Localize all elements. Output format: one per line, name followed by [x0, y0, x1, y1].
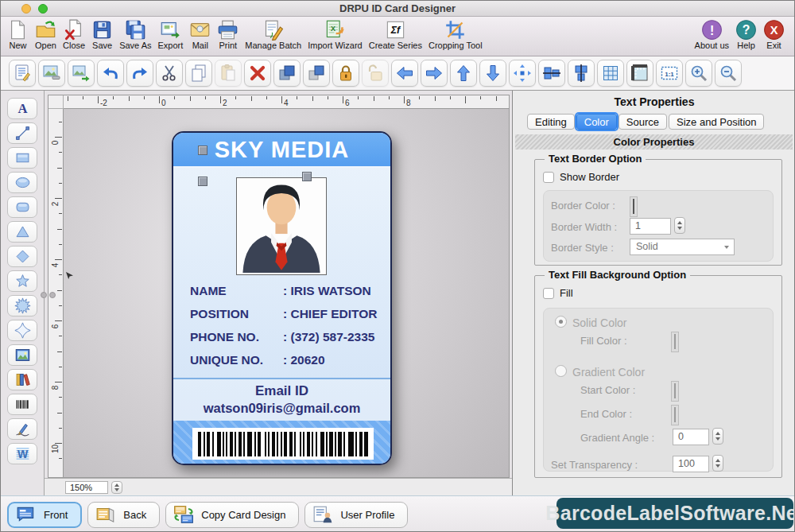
start-color-swatch[interactable]	[671, 381, 679, 402]
zoom-level-input[interactable]: 150%	[65, 481, 108, 494]
move-down-button[interactable]	[479, 60, 506, 87]
transparency-stepper[interactable]	[712, 455, 723, 472]
solid-color-radio[interactable]	[555, 316, 567, 328]
watermark-tool-button[interactable]: W	[7, 443, 37, 464]
image-tool-button[interactable]	[7, 344, 37, 366]
toolbar-open-button[interactable]: Open	[35, 19, 56, 50]
card-barcode[interactable]	[192, 428, 374, 460]
gradient-color-radio[interactable]	[555, 365, 567, 377]
maximize-button[interactable]	[38, 4, 48, 14]
card-fields[interactable]: NAME: IRIS WATSONPOSITION: CHIEF EDITORP…	[190, 279, 386, 371]
line-tool-button[interactable]	[7, 122, 37, 144]
splitter-handle-dot[interactable]	[41, 292, 47, 298]
export-image-button[interactable]	[68, 60, 95, 87]
remove-image-button[interactable]	[38, 60, 65, 87]
tab-size-and-position[interactable]: Size and Position	[669, 114, 764, 130]
align-vertical-center-button[interactable]	[568, 60, 595, 87]
end-color-swatch[interactable]	[671, 405, 679, 425]
selection-handle[interactable]	[302, 172, 312, 181]
toolbar-cropping-tool-button[interactable]: Cropping Tool	[429, 19, 483, 50]
toolbar-save-as-button[interactable]: Save As	[119, 19, 151, 50]
front-button[interactable]: Front	[7, 502, 82, 528]
unlock-button[interactable]	[362, 60, 389, 87]
design-canvas[interactable]: SKY MEDIA N	[64, 109, 509, 477]
show-border-checkbox-row[interactable]: Show Border	[543, 171, 619, 183]
card-field-row[interactable]: NAME: IRIS WATSON	[190, 279, 386, 302]
toolbar-close-button[interactable]: Close	[63, 19, 85, 50]
ellipse-tool-button[interactable]	[7, 172, 37, 193]
canvas-measure-button[interactable]	[626, 60, 653, 87]
toolbar-create-series-button[interactable]: ΣfCreate Series	[369, 19, 422, 50]
cut-button[interactable]	[156, 60, 183, 87]
toolbar-mail-button[interactable]: Mail	[189, 19, 211, 50]
move-up-button[interactable]	[450, 60, 477, 87]
clipart-library-tool-button[interactable]	[7, 369, 37, 390]
tab-source[interactable]: Source	[619, 114, 667, 130]
signature-tool-button[interactable]	[7, 418, 37, 440]
border-width-stepper[interactable]	[674, 217, 685, 234]
undo-button[interactable]	[97, 60, 124, 87]
transparency-input[interactable]: 100	[673, 456, 709, 472]
rounded-rectangle-tool-button[interactable]	[7, 196, 37, 218]
toolbar-new-button[interactable]: New	[7, 19, 29, 50]
starburst-tool-button[interactable]	[7, 295, 37, 316]
splitter-handle-dot[interactable]	[49, 292, 56, 298]
redo-button[interactable]	[126, 60, 153, 87]
star-tool-button[interactable]	[7, 270, 37, 292]
ungroup-button[interactable]	[303, 60, 330, 87]
lock-button[interactable]	[332, 60, 359, 87]
fill-checkbox-row[interactable]: Fill	[543, 287, 573, 299]
ruler-tick	[480, 96, 481, 99]
diamond-tool-button[interactable]	[7, 246, 37, 267]
border-color-swatch[interactable]	[630, 196, 638, 217]
fill-checkbox[interactable]	[543, 288, 554, 299]
rectangle-tool-button[interactable]	[7, 147, 37, 169]
toolbar-about-us-button[interactable]: !About us	[695, 19, 729, 50]
toolbar-save-button[interactable]: Save	[91, 19, 113, 50]
zoom-out-button[interactable]	[715, 60, 742, 87]
triangle-tool-button[interactable]	[7, 221, 37, 243]
border-style-select[interactable]: Solid	[630, 239, 735, 255]
toolbar-print-button[interactable]: Print	[217, 19, 238, 50]
selection-handle[interactable]	[198, 177, 207, 186]
card-email-block[interactable]: Email ID watson09iris@gmail.com	[173, 378, 390, 421]
show-grid-button[interactable]	[597, 60, 624, 87]
card-field-row[interactable]: POSITION: CHIEF EDITOR	[190, 302, 386, 325]
toolbar-import-wizard-button[interactable]: XImport Wizard	[308, 19, 362, 50]
move-left-button[interactable]	[391, 60, 418, 87]
gradient-angle-input[interactable]: 0	[673, 429, 709, 445]
group-button[interactable]	[273, 60, 301, 87]
gradient-angle-stepper[interactable]	[712, 428, 723, 445]
move-right-button[interactable]	[421, 60, 448, 87]
card-photo[interactable]	[236, 177, 327, 275]
back-button[interactable]: Back	[87, 502, 160, 528]
selection-handle[interactable]	[198, 146, 207, 155]
paste-button[interactable]	[215, 60, 242, 87]
toolbar-manage-batch-button[interactable]: Manage Batch	[245, 19, 301, 50]
minimize-button[interactable]	[21, 4, 31, 14]
card-title[interactable]: SKY MEDIA	[215, 137, 350, 163]
card-field-row[interactable]: PHONE NO.: (372) 587-2335	[190, 325, 386, 348]
copy-button[interactable]	[185, 60, 212, 87]
toolbar-export-button[interactable]: Export	[157, 19, 183, 50]
barcode-tool-button[interactable]	[7, 394, 37, 415]
card-field-row[interactable]: UNIQUE NO.: 20620	[190, 348, 386, 371]
align-horizontal-center-button[interactable]	[538, 60, 565, 87]
copy-card-design-button[interactable]: Copy Card Design	[165, 502, 299, 528]
tab-editing[interactable]: Editing	[527, 114, 575, 130]
center-object-button[interactable]	[509, 60, 536, 87]
show-border-checkbox[interactable]	[543, 172, 554, 183]
tab-color[interactable]: Color	[576, 114, 617, 130]
delete-button[interactable]	[244, 60, 271, 87]
actual-size-button[interactable]: 1:1	[656, 60, 683, 87]
toolbar-exit-button[interactable]: XExit	[763, 19, 785, 50]
zoom-stepper[interactable]	[111, 481, 122, 494]
user-profile-button[interactable]: User Profile	[304, 502, 408, 528]
fill-color-swatch[interactable]	[671, 332, 679, 352]
document-editor-button[interactable]	[9, 60, 36, 87]
toolbar-help-button[interactable]: ?Help	[735, 19, 757, 50]
border-width-input[interactable]: 1	[630, 218, 671, 235]
four-point-star-tool-button[interactable]	[7, 320, 37, 341]
text-tool-button[interactable]: A	[7, 98, 37, 119]
zoom-in-button[interactable]	[685, 60, 712, 87]
